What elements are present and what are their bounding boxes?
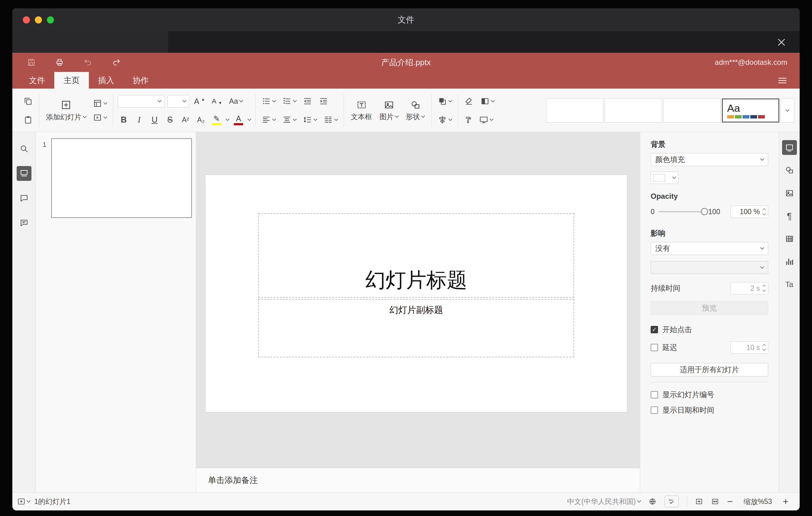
opacity-value-input[interactable]: 100 % xyxy=(730,205,768,218)
underline-button[interactable]: U xyxy=(148,115,161,125)
background-label: 背景 xyxy=(651,140,768,149)
opacity-slider[interactable] xyxy=(658,211,705,212)
zoom-level: 缩放%53 xyxy=(741,497,775,507)
zoom-out-button[interactable]: − xyxy=(727,497,733,506)
comments-icon[interactable] xyxy=(17,191,31,205)
shape-settings-icon[interactable] xyxy=(782,163,797,178)
decrease-indent-button[interactable] xyxy=(301,95,314,107)
subtitle-placeholder[interactable]: 幻灯片副标题 xyxy=(258,299,575,357)
theme-color-strip xyxy=(727,115,778,118)
font-color-button[interactable]: A xyxy=(232,114,245,125)
effect-select[interactable]: 没有 xyxy=(651,242,768,255)
numbering-button[interactable] xyxy=(281,95,298,107)
ribbon-tabs: 文件 主页 插入 协作 xyxy=(12,72,800,89)
insert-textbox-button[interactable]: 文本框 xyxy=(348,98,375,123)
font-name-select[interactable] xyxy=(118,95,165,107)
close-icon[interactable] xyxy=(776,36,788,49)
superscript-button[interactable]: A² xyxy=(179,116,192,124)
search-icon[interactable] xyxy=(17,141,31,156)
bold-button[interactable]: B xyxy=(118,115,130,125)
font-size-select[interactable] xyxy=(168,95,189,107)
increase-font-button[interactable]: A▲ xyxy=(192,96,207,107)
show-slide-number-row: 显示幻灯片编号 xyxy=(651,390,768,400)
tab-insert[interactable]: 插入 xyxy=(89,72,123,89)
theme-gallery-expand-button[interactable] xyxy=(781,98,794,122)
change-layout-button[interactable] xyxy=(91,97,109,109)
fit-slide-icon[interactable] xyxy=(695,497,703,506)
arrange-shape-button[interactable] xyxy=(436,95,454,107)
effect-option-select[interactable] xyxy=(651,261,768,274)
start-on-click-checkbox[interactable] xyxy=(651,326,658,333)
tab-home[interactable]: 主页 xyxy=(54,72,89,89)
theme-option-3[interactable] xyxy=(663,98,721,122)
duration-input[interactable]: 2 s xyxy=(730,282,768,294)
insert-shape-button[interactable]: 形状 xyxy=(403,98,427,123)
decrease-font-button[interactable]: A▼ xyxy=(210,96,224,107)
image-settings-icon[interactable] xyxy=(782,186,797,201)
copy-button[interactable] xyxy=(22,95,34,107)
language-selector[interactable]: 中文(中华人民共和国) xyxy=(567,497,640,507)
background-fill-select[interactable]: 颜色填充 xyxy=(651,153,768,166)
italic-button[interactable]: I xyxy=(133,115,145,125)
paragraph-group xyxy=(256,92,343,129)
editor-header: 产品介绍.pptx adm***@dootask.com 文件 主页 插入 协作 xyxy=(12,53,800,89)
slide-settings-icon[interactable] xyxy=(782,140,797,155)
menu-icon[interactable] xyxy=(777,75,790,87)
fit-width-icon[interactable] xyxy=(711,497,719,506)
opacity-slider-knob[interactable] xyxy=(701,208,708,215)
add-slide-label: 添加幻灯片 xyxy=(46,112,82,122)
preview-button[interactable]: 预览 xyxy=(651,301,768,315)
document-language-icon[interactable] xyxy=(648,497,657,506)
document-title[interactable]: 产品介绍.pptx xyxy=(12,57,800,68)
start-slideshow-status-button[interactable] xyxy=(17,497,30,506)
text-art-settings-icon[interactable]: Ta xyxy=(782,277,797,292)
insert-image-button[interactable]: 图片 xyxy=(377,98,401,123)
spinner-arrows[interactable] xyxy=(763,285,765,291)
increase-indent-button[interactable] xyxy=(317,95,330,107)
line-spacing-button[interactable] xyxy=(301,114,319,125)
chat-icon[interactable] xyxy=(17,216,31,230)
slide[interactable]: 幻灯片标题 幻灯片副标题 xyxy=(205,175,627,412)
vertical-align-button[interactable] xyxy=(281,114,298,125)
color-scheme-button[interactable] xyxy=(478,95,496,107)
align-shape-button[interactable] xyxy=(436,114,454,125)
spell-check-icon[interactable]: abc xyxy=(665,496,679,507)
add-slide-button[interactable]: 添加幻灯片 xyxy=(44,98,89,123)
bullets-button[interactable] xyxy=(260,95,277,107)
delay-checkbox[interactable] xyxy=(651,344,658,351)
background-color-picker[interactable] xyxy=(651,172,678,184)
chart-settings-icon[interactable] xyxy=(782,254,797,269)
slide-thumbnail[interactable] xyxy=(51,138,192,218)
highlight-color-button[interactable]: ✎ xyxy=(210,114,223,125)
notes-area[interactable]: 单击添加备注 xyxy=(196,468,640,492)
strikethrough-button[interactable]: S xyxy=(164,115,176,125)
start-slideshow-button[interactable] xyxy=(91,112,109,123)
svg-text:abc: abc xyxy=(669,498,673,501)
copy-style-button[interactable] xyxy=(462,114,474,125)
slides-panel-icon[interactable] xyxy=(17,166,31,181)
paragraph-settings-icon[interactable]: ¶ xyxy=(782,209,797,224)
spinner-arrows[interactable] xyxy=(763,209,765,215)
tab-collaboration[interactable]: 协作 xyxy=(123,72,158,89)
slide-canvas[interactable]: 幻灯片标题 幻灯片副标题 xyxy=(196,132,640,468)
tab-file[interactable]: 文件 xyxy=(20,72,54,89)
subscript-button[interactable]: A₂ xyxy=(195,116,207,124)
theme-option-selected[interactable]: Aa xyxy=(722,98,779,122)
theme-option-2[interactable] xyxy=(605,98,662,122)
columns-button[interactable] xyxy=(322,114,339,125)
spinner-arrows[interactable] xyxy=(763,344,765,351)
show-slide-number-checkbox[interactable] xyxy=(651,391,658,398)
title-placeholder[interactable]: 幻灯片标题 xyxy=(258,213,575,298)
show-date-time-checkbox[interactable] xyxy=(651,406,658,414)
slide-size-button[interactable] xyxy=(477,114,495,125)
change-case-button[interactable]: Aa xyxy=(227,96,244,107)
theme-option-1[interactable] xyxy=(546,98,604,122)
clear-style-button[interactable] xyxy=(462,95,475,107)
delay-input[interactable]: 10 s xyxy=(730,341,768,354)
horizontal-align-button[interactable] xyxy=(260,114,277,125)
paste-button[interactable] xyxy=(22,114,34,125)
apply-to-all-slides-button[interactable]: 适用于所有幻灯片 xyxy=(651,363,768,376)
table-settings-icon[interactable] xyxy=(782,231,797,246)
zoom-in-button[interactable]: + xyxy=(783,497,788,506)
show-date-time-label: 显示日期和时间 xyxy=(662,405,714,415)
